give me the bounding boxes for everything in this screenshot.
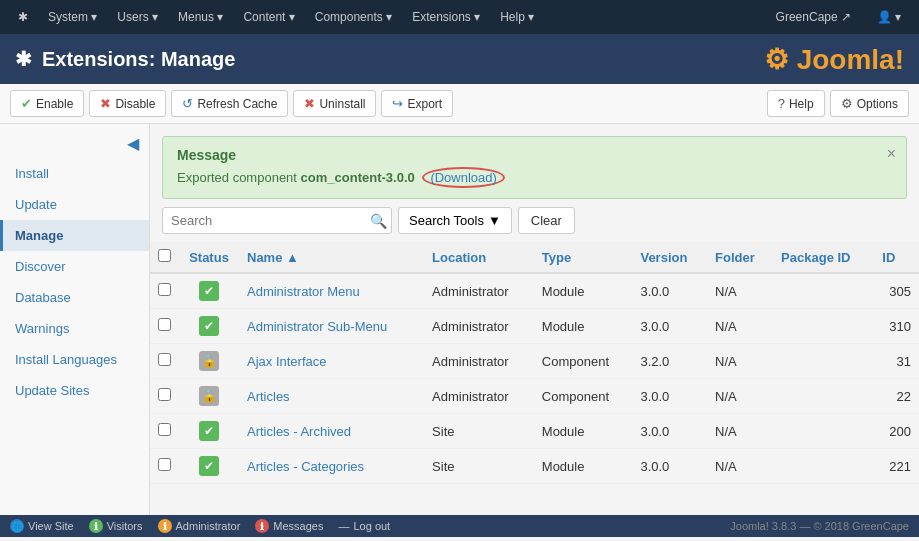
row-type: Module xyxy=(534,449,633,484)
nav-components[interactable]: Components ▾ xyxy=(307,0,400,34)
status-locked-icon: 🔒 xyxy=(199,386,219,406)
row-name[interactable]: Articles - Archived xyxy=(239,414,424,449)
row-name[interactable]: Ajax Interface xyxy=(239,344,424,379)
row-id: 310 xyxy=(874,309,919,344)
messages-icon: ℹ xyxy=(255,519,269,533)
options-icon: ⚙ xyxy=(841,96,853,111)
logout-icon: — xyxy=(338,520,349,532)
uninstall-button[interactable]: ✖ Uninstall xyxy=(293,90,376,117)
status-enabled-icon[interactable]: ✔ xyxy=(199,421,219,441)
options-button[interactable]: ⚙ Options xyxy=(830,90,909,117)
search-bar: 🔍 Search Tools ▼ Clear xyxy=(150,199,919,242)
nav-help[interactable]: Help ▾ xyxy=(492,0,542,34)
refresh-cache-button[interactable]: ↺ Refresh Cache xyxy=(171,90,288,117)
row-checkbox[interactable] xyxy=(158,458,171,471)
row-name[interactable]: Administrator Menu xyxy=(239,273,424,309)
greencape-link[interactable]: GreenCape ↗ xyxy=(768,0,859,34)
row-folder: N/A xyxy=(707,273,773,309)
download-link[interactable]: (Download) xyxy=(422,167,504,188)
nav-users[interactable]: Users ▾ xyxy=(109,0,166,34)
search-input[interactable] xyxy=(162,207,392,234)
search-submit-button[interactable]: 🔍 xyxy=(370,213,387,229)
disable-button[interactable]: ✖ Disable xyxy=(89,90,166,117)
row-version: 3.0.0 xyxy=(632,414,707,449)
sidebar-item-warnings[interactable]: Warnings xyxy=(0,313,149,344)
row-package-id xyxy=(773,414,874,449)
row-id: 200 xyxy=(874,414,919,449)
footer-messages[interactable]: ℹ Messages xyxy=(255,519,323,533)
row-location: Administrator xyxy=(424,344,534,379)
search-tools-button[interactable]: Search Tools ▼ xyxy=(398,207,512,234)
row-location: Site xyxy=(424,449,534,484)
row-type: Component xyxy=(534,379,633,414)
row-folder: N/A xyxy=(707,449,773,484)
export-icon: ↪ xyxy=(392,96,403,111)
footer-administrator[interactable]: ℹ Administrator xyxy=(158,519,241,533)
sidebar-item-manage[interactable]: Manage xyxy=(0,220,149,251)
main-layout: ◀ Install Update Manage Discover Databas… xyxy=(0,124,919,515)
row-name[interactable]: Articles - Categories xyxy=(239,449,424,484)
table-row: ✔ Articles - Archived Site Module 3.0.0 … xyxy=(150,414,919,449)
footer-visitors[interactable]: ℹ Visitors xyxy=(89,519,143,533)
row-name[interactable]: Administrator Sub-Menu xyxy=(239,309,424,344)
select-all-checkbox[interactable] xyxy=(158,249,171,262)
nav-extensions[interactable]: Extensions ▾ xyxy=(404,0,488,34)
globe-icon: 🌐 xyxy=(10,519,24,533)
export-button[interactable]: ↪ Export xyxy=(381,90,453,117)
col-header-status: Status xyxy=(179,242,239,273)
sidebar-item-database[interactable]: Database xyxy=(0,282,149,313)
external-link-icon: ↗ xyxy=(841,10,851,24)
row-id: 22 xyxy=(874,379,919,414)
extensions-table-wrapper: Status Name ▲ Location Type Version xyxy=(150,242,919,484)
table-row: ✔ Administrator Menu Administrator Modul… xyxy=(150,273,919,309)
footer-logout[interactable]: — Log out xyxy=(338,520,390,532)
sidebar-item-discover[interactable]: Discover xyxy=(0,251,149,282)
row-name[interactable]: Articles xyxy=(239,379,424,414)
page-header: ✱ Extensions: Manage ⚙ Joomla! xyxy=(0,34,919,84)
joomla-logo: ⚙ Joomla! xyxy=(764,43,904,76)
toolbar-right: ? Help ⚙ Options xyxy=(767,90,909,117)
row-checkbox[interactable] xyxy=(158,283,171,296)
nav-system[interactable]: System ▾ xyxy=(40,0,105,34)
nav-menus[interactable]: Menus ▾ xyxy=(170,0,231,34)
col-header-type: Type xyxy=(534,242,633,273)
sidebar-item-update-sites[interactable]: Update Sites xyxy=(0,375,149,406)
enable-button[interactable]: ✔ Enable xyxy=(10,90,84,117)
status-enabled-icon[interactable]: ✔ xyxy=(199,281,219,301)
row-package-id xyxy=(773,309,874,344)
nav-content[interactable]: Content ▾ xyxy=(235,0,302,34)
footer-version: Joomla! 3.8.3 — © 2018 GreenCape xyxy=(730,520,909,532)
brand-icon[interactable]: ✱ xyxy=(10,0,36,34)
status-enabled-icon[interactable]: ✔ xyxy=(199,456,219,476)
row-package-id xyxy=(773,273,874,309)
row-version: 3.0.0 xyxy=(632,379,707,414)
toolbar: ✔ Enable ✖ Disable ↺ Refresh Cache ✖ Uni… xyxy=(0,84,919,124)
table-row: ✔ Articles - Categories Site Module 3.0.… xyxy=(150,449,919,484)
row-type: Module xyxy=(534,414,633,449)
sidebar-item-install[interactable]: Install xyxy=(0,158,149,189)
col-header-folder: Folder xyxy=(707,242,773,273)
row-checkbox[interactable] xyxy=(158,318,171,331)
sidebar-back-button[interactable]: ◀ xyxy=(0,129,149,158)
col-header-id: ID xyxy=(874,242,919,273)
row-checkbox[interactable] xyxy=(158,423,171,436)
col-header-version: Version xyxy=(632,242,707,273)
message-close-button[interactable]: × xyxy=(887,145,896,163)
visitors-icon: ℹ xyxy=(89,519,103,533)
footer-view-site[interactable]: 🌐 View Site xyxy=(10,519,74,533)
row-checkbox[interactable] xyxy=(158,353,171,366)
help-button[interactable]: ? Help xyxy=(767,90,825,117)
table-row: ✔ Administrator Sub-Menu Administrator M… xyxy=(150,309,919,344)
status-enabled-icon[interactable]: ✔ xyxy=(199,316,219,336)
sidebar-item-install-languages[interactable]: Install Languages xyxy=(0,344,149,375)
row-checkbox[interactable] xyxy=(158,388,171,401)
col-header-name[interactable]: Name ▲ xyxy=(239,242,424,273)
clear-button[interactable]: Clear xyxy=(518,207,575,234)
user-menu[interactable]: 👤 ▾ xyxy=(869,0,909,34)
status-locked-icon: 🔒 xyxy=(199,351,219,371)
table-row: 🔒 Ajax Interface Administrator Component… xyxy=(150,344,919,379)
table-body: ✔ Administrator Menu Administrator Modul… xyxy=(150,273,919,484)
row-id: 305 xyxy=(874,273,919,309)
col-header-checkbox xyxy=(150,242,179,273)
sidebar-item-update[interactable]: Update xyxy=(0,189,149,220)
